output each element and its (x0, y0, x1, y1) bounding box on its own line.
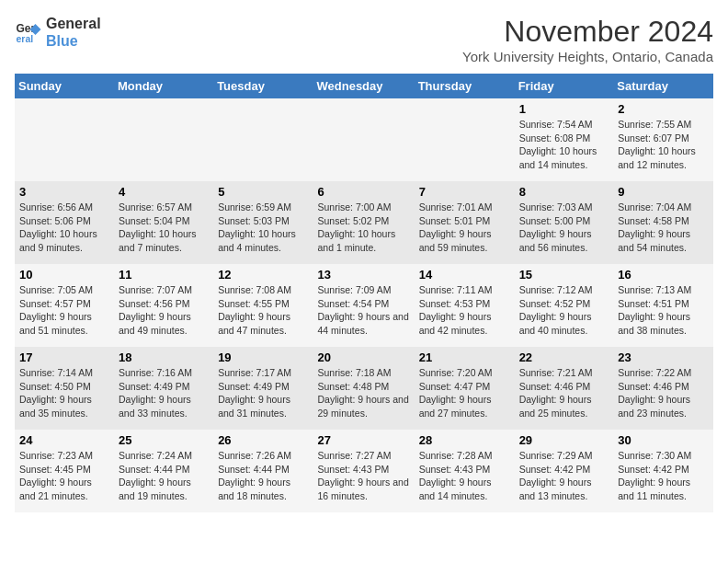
weekday-header-wednesday: Wednesday (313, 74, 415, 98)
calendar-cell: 7Sunrise: 7:01 AM Sunset: 5:01 PM Daylig… (415, 181, 515, 264)
day-number: 28 (419, 433, 510, 447)
day-number: 6 (318, 185, 410, 199)
day-info: Sunrise: 7:17 AM Sunset: 4:49 PM Dayligh… (218, 366, 308, 420)
day-number: 1 (519, 102, 609, 116)
calendar-cell: 14Sunrise: 7:11 AM Sunset: 4:53 PM Dayli… (415, 264, 515, 347)
day-info: Sunrise: 6:57 AM Sunset: 5:04 PM Dayligh… (119, 201, 209, 255)
day-number: 10 (19, 268, 109, 282)
calendar-week-2: 3Sunrise: 6:56 AM Sunset: 5:06 PM Daylig… (15, 181, 713, 264)
calendar-cell: 16Sunrise: 7:13 AM Sunset: 4:51 PM Dayli… (613, 264, 713, 347)
day-number: 25 (119, 433, 209, 447)
calendar-cell: 5Sunrise: 6:59 AM Sunset: 5:03 PM Daylig… (213, 181, 313, 264)
calendar-week-1: 1Sunrise: 7:54 AM Sunset: 6:08 PM Daylig… (15, 98, 713, 181)
day-info: Sunrise: 7:21 AM Sunset: 4:46 PM Dayligh… (519, 366, 609, 420)
day-number: 26 (218, 433, 308, 447)
logo-line2: Blue (46, 32, 101, 50)
day-number: 30 (618, 433, 709, 447)
day-info: Sunrise: 7:03 AM Sunset: 5:00 PM Dayligh… (519, 201, 609, 255)
calendar-cell: 26Sunrise: 7:26 AM Sunset: 4:44 PM Dayli… (213, 430, 313, 512)
calendar-cell: 19Sunrise: 7:17 AM Sunset: 4:49 PM Dayli… (213, 347, 313, 430)
day-info: Sunrise: 7:08 AM Sunset: 4:55 PM Dayligh… (218, 283, 308, 338)
day-number: 9 (618, 185, 709, 199)
calendar-cell: 27Sunrise: 7:27 AM Sunset: 4:43 PM Dayli… (313, 430, 415, 512)
day-number: 19 (218, 350, 308, 364)
logo-icon: Gen eral (15, 18, 42, 46)
calendar-cell (415, 98, 515, 181)
day-number: 24 (19, 433, 109, 447)
page-header: Gen eral General Blue November 2024 York… (15, 15, 713, 64)
calendar-week-4: 17Sunrise: 7:14 AM Sunset: 4:50 PM Dayli… (15, 347, 713, 430)
weekday-header-friday: Friday (515, 74, 614, 98)
day-info: Sunrise: 7:05 AM Sunset: 4:57 PM Dayligh… (19, 283, 109, 338)
calendar-cell: 9Sunrise: 7:04 AM Sunset: 4:58 PM Daylig… (613, 181, 713, 264)
logo: Gen eral General Blue (15, 15, 101, 50)
calendar-cell: 3Sunrise: 6:56 AM Sunset: 5:06 PM Daylig… (15, 181, 114, 264)
calendar-cell: 30Sunrise: 7:30 AM Sunset: 4:42 PM Dayli… (613, 430, 713, 512)
calendar-cell: 28Sunrise: 7:28 AM Sunset: 4:43 PM Dayli… (415, 430, 515, 512)
day-info: Sunrise: 6:59 AM Sunset: 5:03 PM Dayligh… (218, 201, 308, 255)
page-title: November 2024 (462, 15, 713, 49)
day-info: Sunrise: 7:26 AM Sunset: 4:44 PM Dayligh… (218, 449, 308, 503)
weekday-header-saturday: Saturday (613, 74, 713, 98)
calendar-cell (213, 98, 313, 181)
day-number: 22 (519, 350, 609, 364)
calendar-cell: 10Sunrise: 7:05 AM Sunset: 4:57 PM Dayli… (15, 264, 114, 347)
day-info: Sunrise: 7:16 AM Sunset: 4:49 PM Dayligh… (119, 366, 209, 420)
day-info: Sunrise: 7:28 AM Sunset: 4:43 PM Dayligh… (419, 449, 510, 503)
weekday-header-tuesday: Tuesday (213, 74, 313, 98)
calendar-header: SundayMondayTuesdayWednesdayThursdayFrid… (15, 74, 713, 98)
day-number: 15 (519, 268, 609, 282)
day-number: 4 (119, 185, 209, 199)
day-info: Sunrise: 7:12 AM Sunset: 4:52 PM Dayligh… (519, 283, 609, 338)
calendar-cell: 4Sunrise: 6:57 AM Sunset: 5:04 PM Daylig… (114, 181, 213, 264)
day-number: 23 (618, 350, 709, 364)
day-number: 3 (19, 185, 109, 199)
calendar-cell: 29Sunrise: 7:29 AM Sunset: 4:42 PM Dayli… (515, 430, 614, 512)
calendar-week-5: 24Sunrise: 7:23 AM Sunset: 4:45 PM Dayli… (15, 430, 713, 512)
calendar-cell: 1Sunrise: 7:54 AM Sunset: 6:08 PM Daylig… (515, 98, 614, 181)
day-info: Sunrise: 7:55 AM Sunset: 6:07 PM Dayligh… (618, 118, 709, 172)
calendar-cell: 11Sunrise: 7:07 AM Sunset: 4:56 PM Dayli… (114, 264, 213, 347)
calendar-cell: 12Sunrise: 7:08 AM Sunset: 4:55 PM Dayli… (213, 264, 313, 347)
weekday-header-thursday: Thursday (415, 74, 515, 98)
title-section: November 2024 York University Heights, O… (462, 15, 713, 64)
day-number: 29 (519, 433, 609, 447)
day-number: 11 (119, 268, 209, 282)
day-number: 8 (519, 185, 609, 199)
day-info: Sunrise: 7:29 AM Sunset: 4:42 PM Dayligh… (519, 449, 609, 503)
weekday-header-sunday: Sunday (15, 74, 114, 98)
calendar-cell: 6Sunrise: 7:00 AM Sunset: 5:02 PM Daylig… (313, 181, 415, 264)
logo-line1: General (46, 15, 101, 32)
calendar-cell: 18Sunrise: 7:16 AM Sunset: 4:49 PM Dayli… (114, 347, 213, 430)
day-number: 27 (318, 433, 410, 447)
day-info: Sunrise: 7:22 AM Sunset: 4:46 PM Dayligh… (618, 366, 709, 420)
weekday-header-monday: Monday (114, 74, 213, 98)
calendar-cell: 8Sunrise: 7:03 AM Sunset: 5:00 PM Daylig… (515, 181, 614, 264)
calendar-cell: 24Sunrise: 7:23 AM Sunset: 4:45 PM Dayli… (15, 430, 114, 512)
day-info: Sunrise: 7:11 AM Sunset: 4:53 PM Dayligh… (419, 283, 510, 338)
day-info: Sunrise: 7:01 AM Sunset: 5:01 PM Dayligh… (419, 201, 510, 255)
day-info: Sunrise: 7:30 AM Sunset: 4:42 PM Dayligh… (618, 449, 709, 503)
calendar-cell (313, 98, 415, 181)
day-info: Sunrise: 7:18 AM Sunset: 4:48 PM Dayligh… (318, 366, 410, 420)
day-info: Sunrise: 7:27 AM Sunset: 4:43 PM Dayligh… (318, 449, 410, 503)
day-info: Sunrise: 7:04 AM Sunset: 4:58 PM Dayligh… (618, 201, 709, 255)
day-info: Sunrise: 7:00 AM Sunset: 5:02 PM Dayligh… (318, 201, 410, 255)
day-info: Sunrise: 7:24 AM Sunset: 4:44 PM Dayligh… (119, 449, 209, 503)
day-number: 12 (218, 268, 308, 282)
calendar-cell: 17Sunrise: 7:14 AM Sunset: 4:50 PM Dayli… (15, 347, 114, 430)
calendar-cell: 2Sunrise: 7:55 AM Sunset: 6:07 PM Daylig… (613, 98, 713, 181)
svg-text:eral: eral (17, 33, 34, 44)
calendar-week-3: 10Sunrise: 7:05 AM Sunset: 4:57 PM Dayli… (15, 264, 713, 347)
day-info: Sunrise: 6:56 AM Sunset: 5:06 PM Dayligh… (19, 201, 109, 255)
calendar-cell: 25Sunrise: 7:24 AM Sunset: 4:44 PM Dayli… (114, 430, 213, 512)
day-info: Sunrise: 7:13 AM Sunset: 4:51 PM Dayligh… (618, 283, 709, 338)
day-number: 7 (419, 185, 510, 199)
calendar-table: SundayMondayTuesdayWednesdayThursdayFrid… (15, 74, 713, 512)
day-info: Sunrise: 7:09 AM Sunset: 4:54 PM Dayligh… (318, 283, 410, 338)
calendar-cell: 21Sunrise: 7:20 AM Sunset: 4:47 PM Dayli… (415, 347, 515, 430)
day-number: 21 (419, 350, 510, 364)
day-number: 16 (618, 268, 709, 282)
calendar-cell (114, 98, 213, 181)
day-info: Sunrise: 7:54 AM Sunset: 6:08 PM Dayligh… (519, 118, 609, 172)
